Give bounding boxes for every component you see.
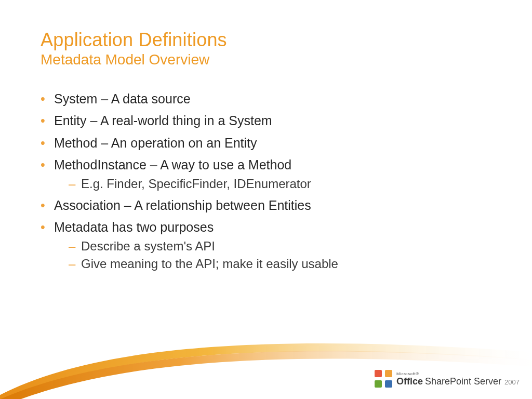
bullet-text: Metadata has two purposes — [54, 220, 214, 234]
brand-year: 2007 — [504, 379, 520, 385]
bullet-text: MethodInstance – A way to use a Method — [54, 157, 291, 172]
sub-bullet-text: E.g. Finder, SpecificFinder, IDEnumerato… — [81, 177, 311, 191]
brand-company: Microsoft® — [396, 372, 520, 376]
slide-subtitle: Metadata Model Overview — [41, 51, 501, 69]
bullet-item: Association – A relationship between Ent… — [41, 196, 490, 215]
heading-block: Application Definitions Metadata Model O… — [41, 30, 501, 68]
bullet-item: Method – An operation on an Entity — [41, 134, 490, 152]
logo-square-green — [375, 380, 382, 388]
logo-square-blue — [385, 380, 392, 388]
bullet-item: Metadata has two purposes Describe a sys… — [41, 218, 490, 272]
sub-bullet-text: Give meaning to the API; make it easily … — [81, 257, 338, 271]
content-block: System – A data source Entity – A real-w… — [41, 89, 490, 275]
sub-bullet-list: Describe a system's API Give meaning to … — [54, 237, 490, 272]
sub-bullet-text: Describe a system's API — [81, 239, 215, 253]
bullet-text: Association – A relationship between Ent… — [54, 198, 311, 212]
office-logo-icon — [375, 370, 392, 388]
bullet-item: System – A data source — [41, 89, 490, 108]
slide-title: Application Definitions — [41, 30, 501, 50]
logo-square-red — [375, 370, 382, 377]
bullet-item: Entity – A real-world thing in a System — [41, 111, 490, 130]
footer-branding: Microsoft® Office SharePoint Server 2007 — [375, 370, 520, 388]
bullet-text: Method – An operation on an Entity — [54, 136, 257, 150]
bullet-list: System – A data source Entity – A real-w… — [41, 89, 490, 272]
sub-bullet-list: E.g. Finder, SpecificFinder, IDEnumerato… — [54, 175, 490, 193]
sub-bullet-item: E.g. Finder, SpecificFinder, IDEnumerato… — [54, 175, 490, 193]
bullet-item: MethodInstance – A way to use a Method E… — [41, 155, 490, 193]
logo-square-orange — [385, 370, 392, 377]
brand-product-bold: Office — [396, 377, 423, 386]
sub-bullet-item: Give meaning to the API; make it easily … — [54, 255, 490, 273]
sub-bullet-item: Describe a system's API — [54, 237, 490, 255]
brand-product-rest: SharePoint Server — [425, 377, 501, 386]
brand-main-line: Office SharePoint Server 2007 — [396, 377, 520, 386]
brand-text: Microsoft® Office SharePoint Server 2007 — [396, 372, 520, 386]
bullet-text: Entity – A real-world thing in a System — [54, 113, 272, 128]
slide: Application Definitions Metadata Model O… — [0, 0, 532, 399]
bullet-text: System – A data source — [54, 91, 191, 106]
